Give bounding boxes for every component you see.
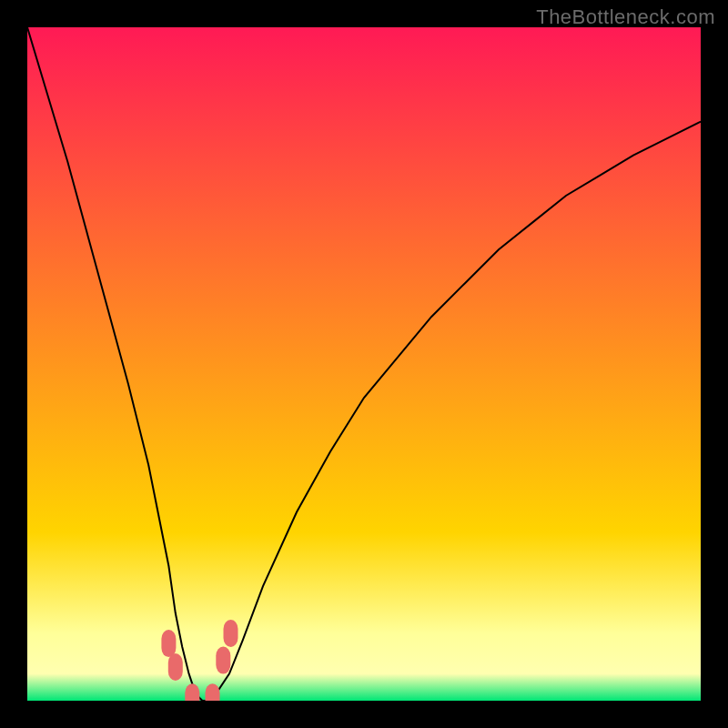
curve-marker <box>216 647 230 674</box>
bottleneck-curve-chart <box>27 27 701 701</box>
curve-marker <box>224 620 238 647</box>
chart-container <box>27 27 701 701</box>
watermark-text: TheBottleneck.com <box>536 5 715 29</box>
gradient-background <box>27 27 701 701</box>
curve-marker <box>161 630 176 657</box>
curve-marker <box>168 653 183 681</box>
